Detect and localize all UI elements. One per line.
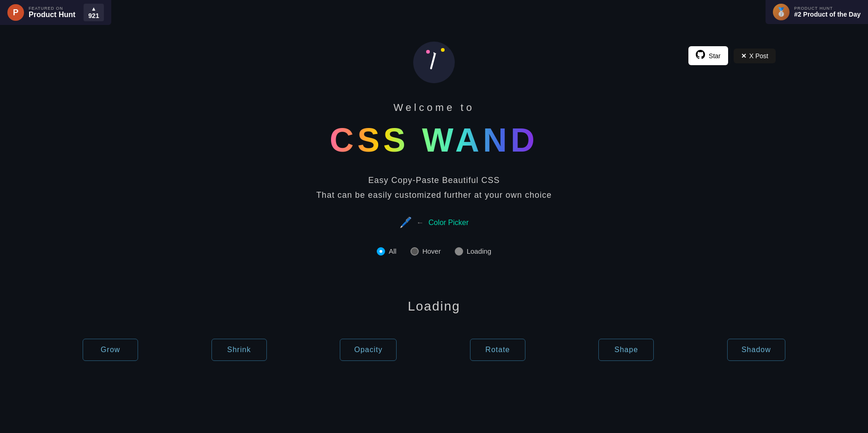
- color-picker-arrow-icon: ←: [416, 219, 424, 227]
- logo-container: [413, 42, 455, 83]
- card-rotate[interactable]: Rotate: [470, 339, 525, 361]
- welcome-text: Welcome to: [393, 102, 475, 114]
- ph-vote-arrow-icon: ▲: [91, 6, 96, 12]
- action-buttons: Star ✕ X Post: [688, 46, 776, 65]
- logo-circle: [413, 42, 455, 83]
- x-post-button[interactable]: ✕ X Post: [734, 49, 776, 63]
- filter-all[interactable]: All: [377, 247, 397, 256]
- filter-loading-label: Loading: [467, 247, 491, 255]
- color-picker-dropper-icon: 🖊️: [399, 217, 412, 229]
- ph-badge-label: PRODUCT HUNT: [794, 6, 861, 11]
- subtitle: Easy Copy-Paste Beautiful CSS That can b…: [316, 173, 552, 203]
- card-shrink-label: Shrink: [227, 346, 251, 354]
- card-shape[interactable]: Shape: [598, 339, 654, 361]
- filter-hover-label: Hover: [422, 247, 441, 255]
- ph-logo: P: [7, 4, 24, 21]
- x-post-label: X Post: [749, 52, 768, 60]
- ph-vote-box[interactable]: ▲ 921: [84, 4, 103, 21]
- filter-hover[interactable]: Hover: [410, 247, 441, 256]
- ph-featured-label: FEATURED ON: [29, 6, 75, 11]
- ph-badge-medal-icon: 🥈: [773, 4, 790, 20]
- css-wand-title: CSS WAND: [330, 121, 538, 159]
- ph-text: FEATURED ON Product Hunt: [29, 6, 75, 19]
- card-opacity[interactable]: Opacity: [340, 339, 397, 361]
- svg-line-0: [426, 55, 440, 68]
- color-picker-label: Color Picker: [428, 219, 469, 227]
- card-shadow[interactable]: Shadow: [727, 339, 785, 361]
- product-hunt-badge[interactable]: 🥈 PRODUCT HUNT #2 Product of the Day: [766, 0, 868, 24]
- filter-all-label: All: [389, 247, 397, 255]
- subtitle-line1: Easy Copy-Paste Beautiful CSS: [316, 173, 552, 188]
- card-shape-label: Shape: [615, 346, 638, 354]
- card-shrink[interactable]: Shrink: [211, 339, 267, 361]
- product-hunt-banner[interactable]: P FEATURED ON Product Hunt ▲ 921: [0, 0, 111, 25]
- card-grow[interactable]: Grow: [83, 339, 138, 361]
- card-rotate-label: Rotate: [485, 346, 510, 354]
- ph-vote-count: 921: [88, 12, 99, 19]
- loading-text: Loading: [408, 299, 460, 314]
- card-shadow-label: Shadow: [741, 346, 771, 354]
- card-opacity-label: Opacity: [354, 346, 382, 354]
- css-text: CSS: [330, 122, 409, 159]
- cards-row: Grow Shrink Opacity Rotate Shape Shadow: [0, 339, 868, 361]
- loading-area: Loading: [408, 293, 460, 320]
- wand-icon: [421, 48, 448, 77]
- radio-loading-circle: [455, 247, 463, 256]
- x-icon: ✕: [741, 52, 747, 60]
- star-label: Star: [709, 52, 721, 60]
- radio-hover-circle: [410, 247, 419, 256]
- ph-badge-title: #2 Product of the Day: [794, 11, 861, 18]
- svg-marker-1: [433, 51, 436, 55]
- radio-all-circle: [377, 247, 385, 256]
- github-star-button[interactable]: Star: [688, 46, 728, 65]
- ph-product-name: Product Hunt: [29, 11, 75, 19]
- color-picker-row[interactable]: 🖊️ ← Color Picker: [399, 217, 469, 229]
- filter-row: All Hover Loading: [377, 247, 491, 256]
- ph-badge-text: PRODUCT HUNT #2 Product of the Day: [794, 6, 861, 18]
- subtitle-line2: That can be easily customized further at…: [316, 188, 552, 202]
- sparkle-yellow-dot: [441, 48, 445, 52]
- wand-text: WAND: [422, 122, 538, 159]
- github-icon: [696, 50, 705, 61]
- filter-loading[interactable]: Loading: [455, 247, 491, 256]
- card-grow-label: Grow: [101, 346, 120, 354]
